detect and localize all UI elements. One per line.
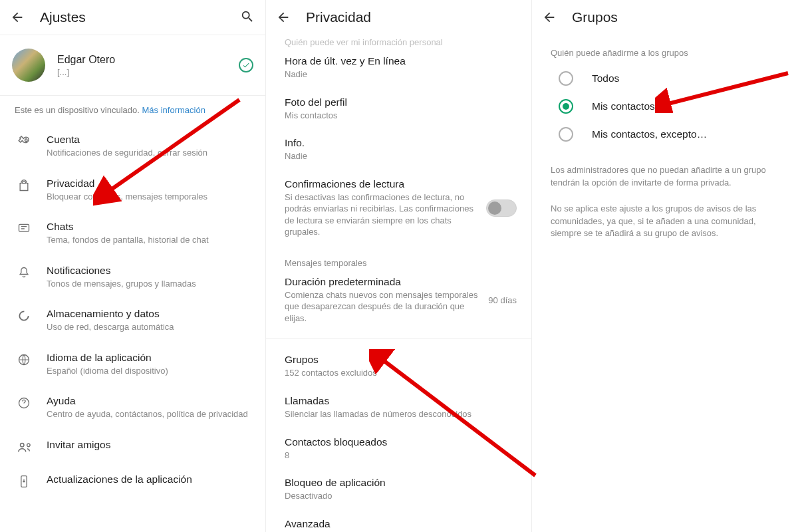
data-usage-icon xyxy=(12,308,36,323)
linked-note-text: Este es un dispositivo vinculado. xyxy=(15,105,142,115)
profile-row[interactable]: Edgar Otero [...] xyxy=(0,35,265,95)
header-grupos: Grupos xyxy=(532,0,798,35)
verified-icon xyxy=(239,58,253,72)
item-title: Confirmaciones de lectura xyxy=(285,178,478,190)
back-icon[interactable] xyxy=(541,9,557,25)
back-icon[interactable] xyxy=(275,9,291,25)
header-title: Grupos xyxy=(572,9,618,25)
header-ajustes: Ajustes xyxy=(0,0,265,35)
settings-item-invitar[interactable]: Invitar amigos xyxy=(0,430,265,464)
avatar xyxy=(12,49,45,82)
read-receipts-toggle[interactable] xyxy=(486,200,517,217)
settings-sublabel: Tonos de mensajes, grupos y llamadas xyxy=(47,278,253,290)
svg-point-1 xyxy=(19,312,28,321)
item-sub: Nadie xyxy=(285,150,513,162)
privacy-read-receipts[interactable]: Confirmaciones de lectura Si desactivas … xyxy=(266,170,531,246)
lock-icon xyxy=(12,178,36,192)
duration-value: 90 días xyxy=(488,295,517,305)
privacy-default-duration[interactable]: Duración predeterminada Comienza chats n… xyxy=(266,268,531,332)
radio-label: Todos xyxy=(592,72,619,84)
settings-item-chats[interactable]: Chats Tema, fondos de pantalla, historia… xyxy=(0,211,265,255)
item-sub: 8 xyxy=(285,450,513,462)
item-title: Info. xyxy=(285,137,513,149)
item-sub: 152 contactos excluidos xyxy=(285,367,513,379)
item-sub: Silenciar las llamadas de números descon… xyxy=(285,408,513,420)
item-title: Llamadas xyxy=(285,395,513,407)
panel-privacidad: Privacidad Quién puede ver mi informació… xyxy=(266,0,532,532)
settings-item-almacenamiento[interactable]: Almacenamiento y datos Uso de red, desca… xyxy=(0,299,265,342)
settings-label: Invitar amigos xyxy=(47,439,253,451)
groups-caption: Quién puede añadirme a los grupos xyxy=(532,35,798,65)
privacy-last-seen[interactable]: Hora de últ. vez y En línea Nadie xyxy=(266,47,531,88)
section-who-can-see: Quién puede ver mi información personal xyxy=(266,37,531,47)
settings-label: Almacenamiento y datos xyxy=(47,308,253,320)
settings-label: Ayuda xyxy=(47,395,253,407)
chat-icon xyxy=(12,221,36,235)
settings-sublabel: Tema, fondos de pantalla, historial de c… xyxy=(47,234,253,246)
groups-note-2: No se aplica este ajuste a los grupos de… xyxy=(532,196,798,247)
profile-status: [...] xyxy=(57,67,239,77)
svg-rect-0 xyxy=(19,224,29,231)
item-sub: Desactivado xyxy=(285,490,513,502)
privacy-info[interactable]: Info. Nadie xyxy=(266,129,531,170)
privacy-calls[interactable]: Llamadas Silenciar las llamadas de númer… xyxy=(266,387,531,428)
linked-device-note: Este es un dispositivo vinculado. Más in… xyxy=(0,96,265,124)
key-icon xyxy=(12,134,36,150)
settings-item-cuenta[interactable]: Cuenta Notificaciones de seguridad, cerr… xyxy=(0,124,265,168)
radio-label: Mis contactos xyxy=(592,100,655,112)
item-title: Avanzada xyxy=(285,518,513,530)
bell-icon xyxy=(12,265,36,279)
item-sub: Comienza chats nuevos con mensajes tempo… xyxy=(285,289,480,325)
radio-option-mis-contactos[interactable]: Mis contactos xyxy=(532,92,798,120)
radio-icon xyxy=(559,71,573,86)
privacy-app-lock[interactable]: Bloqueo de aplicación Desactivado xyxy=(266,469,531,510)
item-title: Foto del perfil xyxy=(285,96,513,108)
settings-sublabel: Español (idioma del dispositivo) xyxy=(47,365,253,377)
settings-item-actualizaciones[interactable]: Actualizaciones de la aplicación xyxy=(0,464,265,497)
back-icon[interactable] xyxy=(9,9,25,25)
item-sub: Mis contactos xyxy=(285,110,513,122)
radio-icon xyxy=(559,127,573,142)
phone-update-icon xyxy=(12,473,36,488)
item-title: Grupos xyxy=(285,354,513,366)
radio-option-mis-contactos-excepto[interactable]: Mis contactos, excepto… xyxy=(532,120,798,148)
settings-label: Notificaciones xyxy=(47,265,253,277)
settings-label: Privacidad xyxy=(47,178,253,190)
linked-note-link[interactable]: Más información xyxy=(142,105,205,115)
settings-label: Idioma de la aplicación xyxy=(47,352,253,364)
privacy-blocked[interactable]: Contactos bloqueados 8 xyxy=(266,428,531,469)
item-title: Hora de últ. vez y En línea xyxy=(285,55,513,67)
people-icon xyxy=(12,439,36,455)
profile-name: Edgar Otero xyxy=(57,54,239,66)
settings-sublabel: Centro de ayuda, contáctanos, política d… xyxy=(47,408,253,420)
radio-label: Mis contactos, excepto… xyxy=(592,128,707,140)
header-title: Ajustes xyxy=(40,9,86,25)
section-temp-messages: Mensajes temporales xyxy=(266,258,531,268)
header-privacidad: Privacidad xyxy=(266,0,531,35)
panel-ajustes: Ajustes Edgar Otero [...] Este es un dis… xyxy=(0,0,266,532)
settings-item-privacidad[interactable]: Privacidad Bloquear contactos, mensajes … xyxy=(0,168,265,212)
privacy-photo[interactable]: Foto del perfil Mis contactos xyxy=(266,88,531,130)
help-icon xyxy=(12,395,36,410)
header-title: Privacidad xyxy=(306,9,371,25)
item-sub: Nadie xyxy=(285,68,513,80)
groups-note-1: Los administradores que no puedan añadir… xyxy=(532,158,798,196)
radio-icon xyxy=(559,99,573,114)
item-title: Bloqueo de aplicación xyxy=(285,477,513,489)
item-title: Duración predeterminada xyxy=(285,276,480,288)
item-title: Contactos bloqueados xyxy=(285,436,513,448)
settings-label: Actualizaciones de la aplicación xyxy=(47,473,253,485)
settings-item-idioma[interactable]: Idioma de la aplicación Español (idioma … xyxy=(0,342,265,386)
settings-item-notificaciones[interactable]: Notificaciones Tonos de mensajes, grupos… xyxy=(0,255,265,299)
privacy-advanced[interactable]: Avanzada Proteger la dirección IP en las… xyxy=(266,510,531,532)
item-sub: Si desactivas las confirmaciones de lect… xyxy=(285,192,478,238)
settings-label: Cuenta xyxy=(47,134,253,146)
settings-label: Chats xyxy=(47,221,253,233)
globe-icon xyxy=(12,352,36,366)
privacy-groups[interactable]: Grupos 152 contactos excluidos xyxy=(266,346,531,387)
settings-sublabel: Notificaciones de seguridad, cerrar sesi… xyxy=(47,147,253,159)
search-icon[interactable] xyxy=(240,9,256,25)
panel-grupos: Grupos Quién puede añadirme a los grupos… xyxy=(532,0,798,532)
settings-item-ayuda[interactable]: Ayuda Centro de ayuda, contáctanos, polí… xyxy=(0,386,265,430)
radio-option-todos[interactable]: Todos xyxy=(532,65,798,92)
